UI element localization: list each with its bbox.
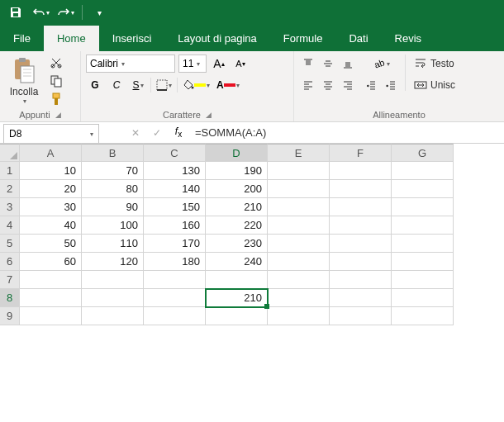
cell-G5[interactable] bbox=[392, 235, 454, 253]
borders-button[interactable]: ▾ bbox=[155, 76, 174, 94]
row-header-5[interactable]: 5 bbox=[0, 235, 20, 253]
cut-button[interactable] bbox=[46, 55, 66, 71]
increase-indent-button[interactable] bbox=[382, 76, 400, 94]
row-header-1[interactable]: 1 bbox=[0, 162, 20, 180]
cell-C8[interactable] bbox=[144, 289, 206, 307]
row-header-3[interactable]: 3 bbox=[0, 198, 20, 216]
column-header-C[interactable]: C bbox=[144, 144, 206, 162]
cell-E2[interactable] bbox=[268, 180, 330, 198]
fill-color-button[interactable]: ▾ bbox=[181, 76, 212, 94]
row-header-2[interactable]: 2 bbox=[0, 180, 20, 198]
cell-A2[interactable]: 20 bbox=[20, 180, 82, 198]
cell-A5[interactable]: 50 bbox=[20, 235, 82, 253]
cell-A3[interactable]: 30 bbox=[20, 198, 82, 216]
tab-review[interactable]: Revis bbox=[382, 26, 435, 51]
cell-G4[interactable] bbox=[392, 216, 454, 235]
cell-D3[interactable]: 210 bbox=[206, 198, 268, 216]
cell-F4[interactable] bbox=[330, 216, 392, 235]
cell-D6[interactable]: 240 bbox=[206, 253, 268, 271]
cell-G3[interactable] bbox=[392, 198, 454, 216]
cell-D7[interactable] bbox=[206, 271, 268, 289]
formula-input[interactable]: =SOMMA(A:A) bbox=[190, 122, 504, 143]
cell-A9[interactable] bbox=[20, 307, 82, 325]
column-header-F[interactable]: F bbox=[330, 144, 392, 162]
cell-C9[interactable] bbox=[144, 307, 206, 325]
cell-B6[interactable]: 120 bbox=[82, 253, 144, 271]
font-color-button[interactable]: A ▾ bbox=[215, 76, 241, 94]
align-bottom-button[interactable] bbox=[339, 55, 357, 73]
cell-C5[interactable]: 170 bbox=[144, 235, 206, 253]
cell-C7[interactable] bbox=[144, 271, 206, 289]
row-header-4[interactable]: 4 bbox=[0, 216, 20, 235]
cell-E3[interactable] bbox=[268, 198, 330, 216]
cell-F6[interactable] bbox=[330, 253, 392, 271]
column-header-D[interactable]: D bbox=[206, 144, 268, 162]
cell-B5[interactable]: 110 bbox=[82, 235, 144, 253]
undo-button[interactable]: ▾ bbox=[30, 2, 51, 23]
row-header-8[interactable]: 8 bbox=[0, 289, 20, 307]
row-header-7[interactable]: 7 bbox=[0, 271, 20, 289]
cell-D8[interactable]: 210 bbox=[206, 289, 268, 307]
cell-C2[interactable]: 140 bbox=[144, 180, 206, 198]
underline-button[interactable]: S▾ bbox=[129, 76, 147, 94]
dialog-launcher-icon[interactable]: ◢ bbox=[206, 111, 212, 119]
cell-A4[interactable]: 40 bbox=[20, 216, 82, 235]
align-top-button[interactable] bbox=[299, 55, 317, 73]
cell-G7[interactable] bbox=[392, 271, 454, 289]
align-center-button[interactable] bbox=[319, 76, 337, 94]
format-painter-button[interactable] bbox=[46, 91, 66, 107]
cell-A8[interactable] bbox=[20, 289, 82, 307]
cell-F2[interactable] bbox=[330, 180, 392, 198]
cell-B4[interactable]: 100 bbox=[82, 216, 144, 235]
decrease-indent-button[interactable] bbox=[362, 76, 380, 94]
row-header-6[interactable]: 6 bbox=[0, 253, 20, 271]
cell-B7[interactable] bbox=[82, 271, 144, 289]
cell-C3[interactable]: 150 bbox=[144, 198, 206, 216]
cell-E4[interactable] bbox=[268, 216, 330, 235]
copy-button[interactable] bbox=[46, 73, 66, 89]
cell-E5[interactable] bbox=[268, 235, 330, 253]
align-middle-button[interactable] bbox=[319, 55, 337, 73]
tab-page-layout[interactable]: Layout di pagina bbox=[164, 26, 269, 51]
cell-C6[interactable]: 180 bbox=[144, 253, 206, 271]
tab-home[interactable]: Home bbox=[44, 26, 99, 51]
cell-F7[interactable] bbox=[330, 271, 392, 289]
cell-D5[interactable]: 230 bbox=[206, 235, 268, 253]
cell-B9[interactable] bbox=[82, 307, 144, 325]
cell-A1[interactable]: 10 bbox=[20, 162, 82, 180]
column-header-A[interactable]: A bbox=[20, 144, 82, 162]
increase-font-button[interactable]: A▴ bbox=[210, 55, 228, 73]
orientation-button[interactable]: ab▾ bbox=[362, 55, 400, 73]
cell-A6[interactable]: 60 bbox=[20, 253, 82, 271]
redo-button[interactable]: ▾ bbox=[55, 2, 76, 23]
cell-A7[interactable] bbox=[20, 271, 82, 289]
decrease-font-button[interactable]: A▾ bbox=[231, 55, 250, 73]
font-name-combo[interactable]: Calibri ▾ bbox=[86, 55, 175, 73]
cell-G1[interactable] bbox=[392, 162, 454, 180]
paste-button[interactable]: Incolla ▾ bbox=[5, 55, 43, 107]
cell-F8[interactable] bbox=[330, 289, 392, 307]
row-header-9[interactable]: 9 bbox=[0, 307, 20, 325]
align-right-button[interactable] bbox=[339, 76, 357, 94]
cell-B8[interactable] bbox=[82, 289, 144, 307]
cell-D1[interactable]: 190 bbox=[206, 162, 268, 180]
cell-B3[interactable]: 90 bbox=[82, 198, 144, 216]
save-button[interactable] bbox=[5, 2, 26, 23]
column-header-E[interactable]: E bbox=[268, 144, 330, 162]
cell-F9[interactable] bbox=[330, 307, 392, 325]
cell-G9[interactable] bbox=[392, 307, 454, 325]
cell-D4[interactable]: 220 bbox=[206, 216, 268, 235]
enter-formula-button[interactable]: ✓ bbox=[149, 127, 165, 139]
bold-button[interactable]: G bbox=[86, 76, 104, 94]
font-size-combo[interactable]: 11 ▾ bbox=[178, 55, 207, 73]
tab-data[interactable]: Dati bbox=[335, 26, 381, 51]
italic-button[interactable]: C bbox=[107, 76, 126, 94]
column-header-B[interactable]: B bbox=[82, 144, 144, 162]
cell-E1[interactable] bbox=[268, 162, 330, 180]
cell-F1[interactable] bbox=[330, 162, 392, 180]
cell-B2[interactable]: 80 bbox=[82, 180, 144, 198]
cell-B1[interactable]: 70 bbox=[82, 162, 144, 180]
column-header-G[interactable]: G bbox=[392, 144, 454, 162]
tab-file[interactable]: File bbox=[0, 26, 44, 51]
name-box[interactable]: D8 ▾ bbox=[3, 124, 99, 143]
